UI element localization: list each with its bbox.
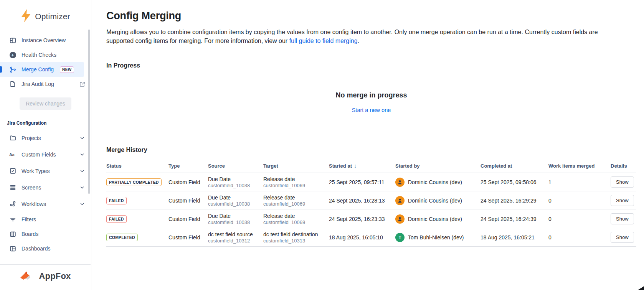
sidebar-nav: Instance Overview + Health Checks Merge … xyxy=(0,31,91,91)
merge-history-section: Merge History Status Type Source Target … xyxy=(106,147,636,247)
table-row: FAILED Custom Field Due Datecustomfield_… xyxy=(106,191,636,210)
sidebar-item-label: Work Types xyxy=(21,168,50,174)
sidebar-item-label: Custom Fields xyxy=(21,152,56,158)
table-row: FAILED Custom Field Due Datecustomfield_… xyxy=(106,210,636,228)
instance-overview-icon xyxy=(9,37,16,44)
started-by-cell: Dominic Cousins (dev) xyxy=(395,196,481,205)
sidebar-item-label: Projects xyxy=(21,135,41,141)
folder-icon xyxy=(9,135,16,142)
column-header-source: Source xyxy=(208,163,263,169)
status-badge: FAILED xyxy=(106,215,127,223)
in-progress-section: In Progress No merge in progress Start a… xyxy=(106,62,636,114)
sidebar-item-label: Filters xyxy=(21,216,36,222)
status-badge: PARTIALLY COMPLETED xyxy=(106,178,162,186)
source-cell: dc test field sourcecustomfield_10312 xyxy=(208,231,263,244)
show-details-button[interactable]: Show xyxy=(611,213,634,224)
target-field-id: customfield_10313 xyxy=(263,238,325,244)
started-by-name: Tom Buhl-Nielsen (dev) xyxy=(408,234,464,241)
started-by-cell: Dominic Cousins (dev) xyxy=(395,178,481,187)
sidebar-item-label: Boards xyxy=(21,231,38,237)
completed-at-cell: 24 Sept 2025, 16:24:39 xyxy=(481,216,548,222)
sidebar-scrollbar[interactable] xyxy=(88,30,90,194)
target-field-id: customfield_10069 xyxy=(263,201,325,207)
dashboard-icon xyxy=(9,245,16,252)
page-description: Merging allows you to combine configurat… xyxy=(106,28,623,45)
board-columns-icon xyxy=(9,231,16,237)
source-cell: Due Datecustomfield_10038 xyxy=(208,194,263,207)
work-items-merged-cell: 0 xyxy=(548,216,611,222)
source-cell: Due Datecustomfield_10038 xyxy=(208,213,263,225)
source-field-id: customfield_10312 xyxy=(208,238,259,244)
external-link-icon xyxy=(79,81,86,87)
app-title: Optimizer xyxy=(35,12,70,21)
sidebar-config-nav: Projects Aa Custom Fields xyxy=(0,128,91,256)
empty-state-title: No merge in progress xyxy=(106,91,636,99)
avatar xyxy=(395,178,405,187)
sidebar-item-label: Dashboards xyxy=(21,246,51,252)
sidebar-item-instance-overview[interactable]: Instance Overview xyxy=(0,33,91,48)
type-cell: Custom Field xyxy=(168,198,208,204)
show-details-button[interactable]: Show xyxy=(611,232,634,243)
started-at-cell: 25 Sept 2025, 09:57:11 xyxy=(329,179,395,185)
started-by-name: Dominic Cousins (dev) xyxy=(408,198,462,204)
sidebar-item-screens[interactable]: Screens xyxy=(0,179,91,196)
sidebar-item-filters[interactable]: Filters xyxy=(0,212,91,227)
main-content: Config Merging Merging allows you to com… xyxy=(91,0,644,290)
review-changes-button[interactable]: Review changes xyxy=(20,97,71,110)
column-header-details: Details xyxy=(611,163,636,169)
sidebar-item-dashboards[interactable]: Dashboards xyxy=(0,241,91,256)
sidebar-item-label: Jira Audit Log xyxy=(21,81,54,87)
sidebar-item-label: Merge Config xyxy=(21,66,54,72)
sidebar-item-jira-audit-log[interactable]: Jira Audit Log xyxy=(0,77,91,91)
sidebar-item-work-types[interactable]: Work Types xyxy=(0,163,91,179)
column-header-started-at[interactable]: Started at↓ xyxy=(329,163,395,169)
merge-history-title: Merge History xyxy=(106,147,636,153)
start-new-merge-link[interactable]: Start a new one xyxy=(352,107,391,113)
chevron-down-icon xyxy=(79,168,86,175)
filter-icon xyxy=(9,216,16,223)
target-field-id: customfield_10069 xyxy=(263,183,325,188)
field-merging-guide-link[interactable]: full guide to field merging xyxy=(289,38,358,44)
new-badge: NEW xyxy=(60,66,74,73)
active-indicator xyxy=(0,66,2,73)
chevron-down-icon xyxy=(79,184,86,191)
column-header-type: Type xyxy=(168,163,208,169)
sidebar-item-custom-fields[interactable]: Aa Custom Fields xyxy=(0,146,91,163)
sidebar-item-health-checks[interactable]: + Health Checks xyxy=(0,48,91,62)
screen-corner-artifact xyxy=(638,286,644,290)
column-header-started-by: Started by xyxy=(395,163,481,169)
source-field-id: customfield_10038 xyxy=(208,219,259,225)
empty-state: No merge in progress Start a new one xyxy=(106,91,636,114)
sidebar-item-boards[interactable]: Boards xyxy=(0,227,91,241)
target-cell: dc test field destinationcustomfield_103… xyxy=(263,231,329,244)
type-cell: Custom Field xyxy=(168,216,208,222)
target-cell: Release datecustomfield_10069 xyxy=(263,213,329,225)
started-by-cell: Dominic Cousins (dev) xyxy=(395,214,481,224)
source-field-id: customfield_10038 xyxy=(208,201,259,207)
sidebar-item-merge-config[interactable]: Merge Config NEW xyxy=(0,62,84,77)
target-cell: Release datecustomfield_10069 xyxy=(263,194,329,207)
column-header-completed-at: Completed at xyxy=(481,163,548,169)
status-badge: FAILED xyxy=(106,197,127,204)
health-checks-icon: + xyxy=(9,51,16,58)
sidebar-item-projects[interactable]: Projects xyxy=(0,130,91,146)
sidebar: Optimizer Instance Overview + Health Che… xyxy=(0,0,91,290)
started-at-cell: 18 Aug 2025, 16:05:10 xyxy=(329,234,395,241)
lines-icon xyxy=(9,184,16,191)
sidebar-section-title: Jira Configuration xyxy=(0,114,91,128)
table-header-row: Status Type Source Target Started at↓ St… xyxy=(106,163,636,173)
status-badge: COMPLETED xyxy=(106,234,138,241)
show-details-button[interactable]: Show xyxy=(611,176,634,188)
show-details-button[interactable]: Show xyxy=(611,195,634,206)
app-window: Optimizer Instance Overview + Health Che… xyxy=(0,0,644,290)
sidebar-item-workflows[interactable]: Workflows xyxy=(0,196,91,212)
table-body: PARTIALLY COMPLETED Custom Field Due Dat… xyxy=(106,173,636,247)
merge-config-icon xyxy=(9,66,16,73)
sidebar-item-label: Screens xyxy=(21,185,41,191)
source-field-id: customfield_10038 xyxy=(208,183,259,188)
text-aa-icon: Aa xyxy=(9,151,16,158)
table-row: PARTIALLY COMPLETED Custom Field Due Dat… xyxy=(106,173,636,191)
completed-at-cell: 18 Aug 2025, 16:05:21 xyxy=(481,234,548,241)
svg-text:Aa: Aa xyxy=(9,152,15,157)
table-row: COMPLETED Custom Field dc test field sou… xyxy=(106,228,636,247)
